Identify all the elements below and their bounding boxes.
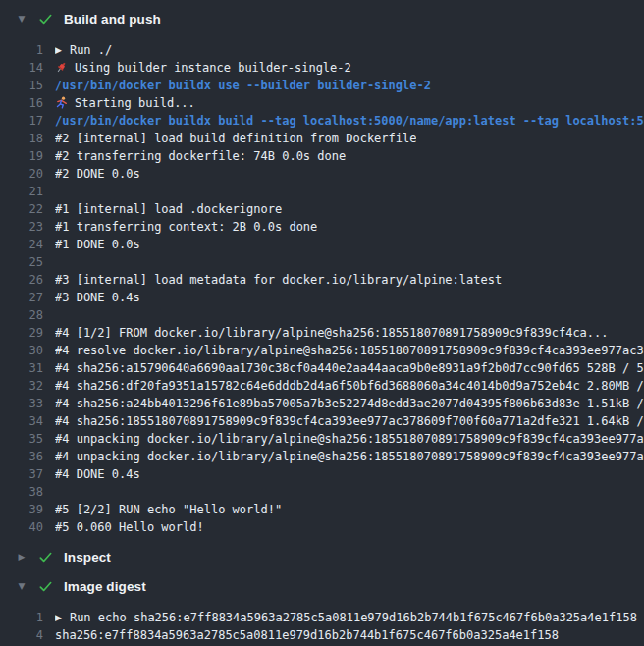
- line-number[interactable]: 23: [0, 218, 43, 236]
- log-text: #2 [internal] load build definition from…: [55, 130, 416, 147]
- log-line: 40 #5 0.060 Hello world!: [0, 518, 644, 536]
- line-number[interactable]: 18: [0, 130, 43, 147]
- log-line: 31 #4 sha256:a15790640a6690aa1730c38cf0a…: [0, 359, 644, 377]
- line-number[interactable]: 31: [0, 359, 43, 377]
- line-content: #4 unpacking docker.io/library/alpine@sh…: [55, 448, 644, 465]
- line-content: #2 [internal] load build definition from…: [55, 130, 416, 147]
- line-content: #4 [1/2] FROM docker.io/library/alpine@s…: [55, 324, 609, 342]
- log-line: 37 #4 DONE 0.4s: [0, 465, 644, 483]
- workflow-log-viewer: ▼ Build and push 1 ▶Run ./ 14 Using buil…: [0, 0, 644, 646]
- line-content: #5 [2/2] RUN echo "Hello world!": [55, 501, 282, 518]
- line-number[interactable]: 4: [0, 626, 43, 644]
- section-log-lines: 1 ▶Run echo sha256:e7ff8834a5963a2785c5a…: [0, 601, 644, 646]
- log-line: 38: [0, 483, 644, 501]
- log-text: #4 unpacking docker.io/library/alpine@sh…: [55, 448, 644, 465]
- log-text: Starting build...: [75, 94, 195, 112]
- log-text: #4 DONE 0.4s: [55, 465, 140, 483]
- line-content: #3 DONE 0.4s: [55, 289, 140, 306]
- log-text: #4 sha256:a15790640a6690aa1730c38cf0a440…: [55, 359, 644, 377]
- section-header[interactable]: ▼ Build and push: [0, 4, 644, 33]
- log-text: #3 [internal] load metadata for docker.i…: [55, 271, 502, 289]
- section-header[interactable]: ▼ Image digest: [0, 571, 644, 601]
- log-line: 23 #1 transferring context: 2B 0.0s done: [0, 218, 644, 236]
- line-number[interactable]: 16: [0, 94, 43, 112]
- line-content: #4 unpacking docker.io/library/alpine@sh…: [55, 430, 644, 448]
- log-section-inspect: ▶ Inspect: [0, 542, 644, 571]
- line-number[interactable]: 21: [0, 183, 43, 200]
- line-number[interactable]: 20: [0, 165, 43, 183]
- line-content: #2 DONE 0.0s: [55, 165, 140, 183]
- expand-group-icon[interactable]: ▶: [55, 41, 62, 59]
- chevron-down-icon[interactable]: ▼: [16, 14, 27, 24]
- log-text: #4 sha256:a24bb4013296f61e89ba57005a7b3e…: [55, 395, 644, 412]
- log-line: 39 #5 [2/2] RUN echo "Hello world!": [0, 501, 644, 518]
- line-number[interactable]: 37: [0, 465, 43, 483]
- line-number[interactable]: 34: [0, 412, 43, 430]
- line-content: #4 DONE 0.4s: [55, 465, 140, 483]
- line-content: #1 DONE 0.0s: [55, 236, 140, 253]
- log-text: #4 resolve docker.io/library/alpine@sha2…: [55, 342, 644, 359]
- line-number[interactable]: 1: [0, 41, 43, 59]
- log-text: #1 DONE 0.0s: [55, 236, 140, 253]
- line-number[interactable]: 25: [0, 253, 43, 271]
- line-content: #4 sha256:185518070891758909c9f839cf4ca3…: [55, 412, 644, 430]
- section-title: Inspect: [64, 550, 111, 565]
- log-text: #2 transferring dockerfile: 74B 0.0s don…: [55, 147, 346, 165]
- line-number[interactable]: 15: [0, 77, 43, 94]
- chevron-down-icon[interactable]: ▼: [16, 581, 27, 591]
- line-content: #4 sha256:df20fa9351a15782c64e6dddb2d4a6…: [55, 377, 644, 395]
- line-number[interactable]: 40: [0, 518, 43, 536]
- line-number[interactable]: 28: [0, 306, 43, 324]
- line-number[interactable]: 36: [0, 448, 43, 465]
- line-content: #3 [internal] load metadata for docker.i…: [55, 271, 502, 289]
- log-text: sha256:e7ff8834a5963a2785c5a0811e979d16b…: [55, 626, 559, 644]
- line-content: #4 resolve docker.io/library/alpine@sha2…: [55, 342, 644, 359]
- line-content: /usr/bin/docker buildx use --builder bui…: [55, 77, 431, 94]
- line-number[interactable]: 22: [0, 200, 43, 218]
- log-text: Run echo sha256:e7ff8834a5963a2785c5a081…: [70, 609, 637, 626]
- log-text: /usr/bin/docker buildx build --tag local…: [55, 112, 644, 130]
- pushpin-icon: [55, 61, 68, 74]
- line-number[interactable]: 1: [0, 609, 43, 626]
- log-line: 35 #4 unpacking docker.io/library/alpine…: [0, 430, 644, 448]
- line-content: #1 [internal] load .dockerignore: [55, 200, 282, 218]
- log-text: #4 [1/2] FROM docker.io/library/alpine@s…: [55, 324, 609, 342]
- success-check-icon: [38, 550, 53, 565]
- log-line: 18 #2 [internal] load build definition f…: [0, 130, 644, 147]
- success-check-icon: [38, 12, 53, 27]
- line-content: ▶Run echo sha256:e7ff8834a5963a2785c5a08…: [55, 609, 637, 626]
- section-title: Build and push: [64, 12, 161, 27]
- log-line: 28: [0, 306, 644, 324]
- chevron-right-icon[interactable]: ▶: [16, 552, 27, 562]
- log-text: /usr/bin/docker buildx use --builder bui…: [55, 77, 431, 94]
- line-number[interactable]: 26: [0, 271, 43, 289]
- line-number[interactable]: 29: [0, 324, 43, 342]
- log-line: 30 #4 resolve docker.io/library/alpine@s…: [0, 342, 644, 359]
- section-header[interactable]: ▶ Inspect: [0, 542, 644, 571]
- log-line: 32 #4 sha256:df20fa9351a15782c64e6dddb2d…: [0, 377, 644, 395]
- line-content: Starting build...: [55, 94, 195, 112]
- line-number[interactable]: 17: [0, 112, 43, 130]
- line-number[interactable]: 32: [0, 377, 43, 395]
- expand-group-icon[interactable]: ▶: [55, 609, 62, 626]
- log-text: Using builder instance builder-single-2: [75, 59, 351, 77]
- line-number[interactable]: 33: [0, 395, 43, 412]
- line-number[interactable]: 14: [0, 59, 43, 77]
- log-line: 33 #4 sha256:a24bb4013296f61e89ba57005a7…: [0, 395, 644, 412]
- log-section-image-digest: ▼ Image digest 1 ▶Run echo sha256:e7ff88…: [0, 571, 644, 646]
- log-line: 36 #4 unpacking docker.io/library/alpine…: [0, 448, 644, 465]
- log-line: 17 /usr/bin/docker buildx build --tag lo…: [0, 112, 644, 130]
- log-line: 1 ▶Run echo sha256:e7ff8834a5963a2785c5a…: [0, 609, 644, 626]
- line-content: #4 sha256:a15790640a6690aa1730c38cf0a440…: [55, 359, 644, 377]
- line-number[interactable]: 30: [0, 342, 43, 359]
- log-line: 4 sha256:e7ff8834a5963a2785c5a0811e979d1…: [0, 626, 644, 644]
- line-number[interactable]: 19: [0, 147, 43, 165]
- line-number[interactable]: 39: [0, 501, 43, 518]
- line-number[interactable]: 38: [0, 483, 43, 501]
- line-content: /usr/bin/docker buildx build --tag local…: [55, 112, 644, 130]
- line-number[interactable]: 27: [0, 289, 43, 306]
- log-text: #2 DONE 0.0s: [55, 165, 140, 183]
- line-number[interactable]: 35: [0, 430, 43, 448]
- log-line: 21: [0, 183, 644, 200]
- line-number[interactable]: 24: [0, 236, 43, 253]
